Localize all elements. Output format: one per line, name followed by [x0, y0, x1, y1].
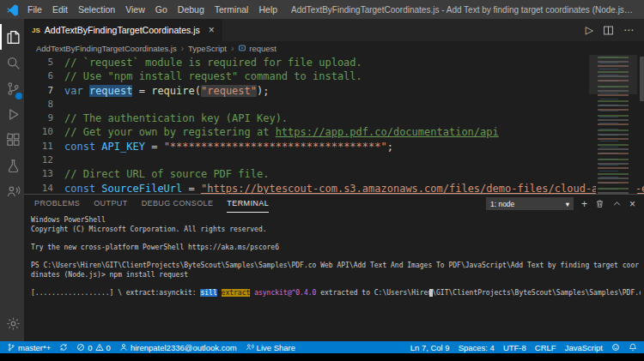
close-panel-icon[interactable]: ×	[629, 199, 635, 209]
live-share-icon	[246, 343, 254, 352]
terminal-line	[31, 280, 641, 289]
menu-file[interactable]: File	[22, 0, 47, 19]
maximize-panel-icon[interactable]	[612, 199, 622, 208]
settings-icon	[6, 316, 21, 331]
panel-tab-terminal[interactable]: TERMINAL	[227, 195, 269, 213]
activity-bar-bottom	[0, 310, 24, 336]
tab-addtextbyfindingtargetcoordinates[interactable]: JS AddTextByFindingTargetCoordinates.js …	[24, 19, 222, 41]
branch-icon	[7, 343, 15, 352]
editor-scrollbar[interactable]	[640, 57, 644, 101]
terminal-line: [..................] \ extract:asynckit:…	[31, 289, 641, 298]
menu-debug[interactable]: Debug	[173, 0, 210, 19]
terminal-instance-label: 1: node	[490, 200, 514, 208]
code-text: var request = require("request");	[64, 84, 269, 98]
status-label: JavaScript	[565, 343, 603, 352]
code-editor[interactable]: 5// `request` module is required for fil…	[24, 55, 644, 194]
warning-icon	[95, 343, 104, 352]
breadcrumb-segment[interactable]: AddTextByFindingTargetCoordinates.js	[36, 44, 177, 53]
symbol-variable-icon	[238, 44, 246, 52]
activity-live-share[interactable]	[0, 178, 24, 204]
menu-edit[interactable]: Edit	[47, 0, 73, 19]
line-number: 9	[24, 111, 53, 125]
menu-go[interactable]: Go	[150, 0, 173, 19]
breadcrumb: AddTextByFindingTargetCoordinates.js›Typ…	[24, 41, 644, 55]
minimap-slider[interactable]	[589, 55, 637, 94]
desktop-gap	[0, 353, 644, 361]
status-eol[interactable]: CRLF	[535, 343, 556, 352]
terminal[interactable]: Windows PowerShellCopyright (C) Microsof…	[24, 213, 644, 341]
terminal-line	[31, 234, 641, 244]
code-text: const SourceFileUrl = "https://bytescout…	[64, 182, 644, 194]
status-encoding[interactable]: UTF-8	[503, 343, 526, 352]
panel-tab-problems[interactable]: PROBLEMS	[34, 195, 80, 213]
menu-view[interactable]: View	[120, 0, 150, 19]
activity-debug[interactable]	[0, 101, 24, 127]
terminal-cursor	[429, 289, 433, 297]
activity-extensions[interactable]	[0, 127, 24, 153]
panel-tab-debug-console[interactable]: DEBUG CONSOLE	[142, 195, 214, 213]
line-number: 10	[24, 125, 53, 139]
status-account[interactable]: hirenpatel2336@outlook.com	[119, 343, 237, 352]
status-label: 0	[88, 343, 92, 352]
title-bar: FileEditSelectionViewGoDebugTerminalHelp…	[0, 0, 644, 19]
kill-terminal-icon[interactable]	[595, 199, 605, 208]
vscode-window: FileEditSelectionViewGoDebugTerminalHelp…	[0, 0, 644, 361]
code-line: 12	[24, 153, 644, 167]
menu-terminal[interactable]: Terminal	[210, 0, 254, 19]
terminal-output: Windows PowerShellCopyright (C) Microsof…	[31, 216, 641, 298]
terminal-line	[31, 252, 641, 262]
explorer-icon	[6, 30, 21, 45]
status-feedback[interactable]	[611, 343, 620, 352]
workbench: JS AddTextByFindingTargetCoordinates.js …	[0, 19, 644, 341]
activity-test[interactable]	[0, 153, 24, 178]
breadcrumb-label: TypeScript	[188, 44, 227, 53]
panel-actions: 1: node ▾ + ×	[486, 197, 635, 210]
status-sync[interactable]	[59, 343, 68, 352]
new-terminal-icon[interactable]: +	[581, 199, 587, 209]
status-label: hirenpatel2336@outlook.com	[131, 343, 237, 352]
code-line: 14const SourceFileUrl = "https://bytesco…	[24, 182, 644, 194]
status-live-share[interactable]: Live Share	[246, 343, 295, 352]
breadcrumb-segment[interactable]: request	[238, 44, 276, 53]
status-indentation[interactable]: Spaces: 4	[459, 343, 495, 352]
activity-explorer[interactable]	[0, 24, 24, 50]
scm-badge	[15, 93, 22, 99]
line-number: 5	[24, 56, 53, 69]
window-title: AddTextByFindingTargetCoordinates.js - A…	[283, 5, 644, 15]
status-problems[interactable]: 00	[76, 343, 111, 352]
menu-selection[interactable]: Selection	[73, 0, 120, 19]
extensions-icon	[6, 133, 21, 147]
smiley-icon	[611, 343, 620, 352]
panel-tab-output[interactable]: OUTPUT	[94, 195, 127, 213]
line-number: 13	[24, 167, 53, 181]
status-label: Live Share	[257, 343, 295, 352]
breadcrumb-segment[interactable]: TypeScript	[188, 44, 227, 53]
activity-search[interactable]	[0, 50, 24, 75]
bottom-panel: PROBLEMSOUTPUTDEBUG CONSOLETERMINAL 1: n…	[24, 194, 644, 341]
editor-tab-bar: JS AddTextByFindingTargetCoordinates.js …	[24, 19, 644, 41]
activity-source-control[interactable]	[0, 75, 24, 101]
terminal-line: Try the new cross-platform PowerShell ht…	[31, 244, 641, 253]
more-actions-icon[interactable]: ⋯	[623, 25, 634, 35]
split-editor-icon[interactable]	[603, 25, 614, 36]
status-git-branch[interactable]: master*+	[7, 343, 51, 352]
status-notifications[interactable]	[629, 343, 637, 352]
run-icon[interactable]: ▷	[586, 25, 593, 35]
status-cursor-position[interactable]: Ln 7, Col 9	[410, 343, 450, 352]
bell-icon	[629, 343, 637, 352]
breadcrumb-label: AddTextByFindingTargetCoordinates.js	[36, 44, 177, 53]
breadcrumb-label: request	[249, 44, 276, 53]
status-label: Spaces: 4	[459, 343, 495, 352]
menu-help[interactable]: Help	[253, 0, 283, 19]
status-label: master*+	[18, 343, 51, 352]
tab-close-icon[interactable]: ×	[209, 24, 215, 36]
code-text: // Use "npm install request" command to …	[64, 69, 362, 83]
line-number: 6	[24, 69, 53, 83]
minimap[interactable]	[596, 55, 637, 194]
code-lines: 5// `request` module is required for fil…	[24, 56, 644, 194]
line-number: 7	[24, 84, 53, 98]
status-language-mode[interactable]: JavaScript	[565, 343, 603, 352]
status-bar-left: master*+00hirenpatel2336@outlook.comLive…	[7, 343, 295, 352]
activity-settings[interactable]	[0, 310, 24, 336]
terminal-instance-select[interactable]: 1: node ▾	[486, 197, 574, 210]
